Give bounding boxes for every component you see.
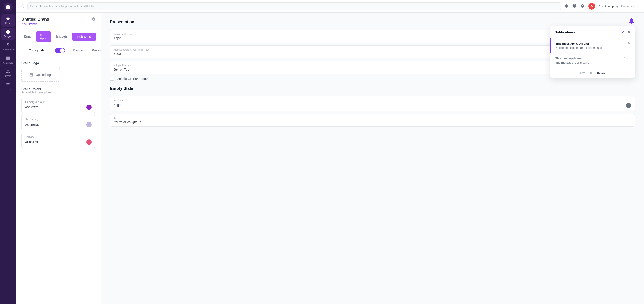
tab-inapp[interactable]: In App bbox=[36, 31, 51, 42]
text-color-field: Text color #ffffff bbox=[110, 96, 635, 111]
text-color-label: Text color bbox=[114, 99, 631, 102]
automations-icon bbox=[6, 43, 10, 48]
sidebar-item-designer[interactable]: Designer bbox=[1, 28, 15, 40]
notif-item-1-header: This message is Unread 1y bbox=[556, 42, 630, 45]
sidebar-label-logs: Logs bbox=[6, 88, 10, 90]
color-secondary-swatch[interactable] bbox=[86, 122, 92, 127]
settings-icon[interactable] bbox=[580, 4, 585, 9]
empty-text-field: Text You're all caught up bbox=[110, 114, 635, 127]
sidebar: Home Designer Automations Channels Users… bbox=[0, 0, 16, 304]
color-primary[interactable]: Primary (Default) #9122C2 bbox=[22, 98, 96, 113]
notif-item-2-body: The message is grayscale bbox=[556, 61, 630, 64]
app-logo[interactable] bbox=[4, 3, 12, 12]
color-primary-hex: #9122C2 bbox=[25, 105, 38, 109]
notif-item-1-time: 1y bbox=[628, 42, 630, 45]
color-tertiary[interactable]: Tertiary #E85178 bbox=[22, 133, 96, 148]
notification-item-2[interactable]: This message is read 1y ✓ The message is… bbox=[550, 53, 635, 68]
company-info[interactable]: A test company / Production bbox=[598, 5, 640, 8]
color-tertiary-swatch[interactable] bbox=[86, 139, 92, 145]
tab-design[interactable]: Design bbox=[69, 45, 88, 56]
designer-icon bbox=[6, 30, 10, 34]
text-color-value[interactable]: #ffffff bbox=[114, 104, 120, 107]
content: Untitled Brand < All Brands Email In Ap bbox=[16, 13, 644, 304]
tab-snippets[interactable]: Snippets bbox=[52, 31, 71, 42]
sidebar-item-users[interactable]: Users bbox=[1, 67, 15, 80]
brand-header: Untitled Brand < All Brands bbox=[16, 13, 101, 29]
color-primary-label: Primary (Default) bbox=[25, 101, 92, 104]
color-secondary[interactable]: Secondary #C1B6DD bbox=[22, 115, 96, 130]
empty-text-value[interactable]: You're all caught up bbox=[114, 120, 631, 124]
brand-tabs: Email In App Snippets Published bbox=[16, 29, 101, 44]
powered-by-label: POWERED BY bbox=[578, 72, 596, 74]
mark-all-read-icon[interactable]: ✓ bbox=[622, 30, 624, 34]
widget-position-value: Bell on Top bbox=[114, 68, 131, 71]
sidebar-label-users: Users bbox=[5, 75, 11, 77]
close-notifications-icon[interactable]: ✕ bbox=[627, 30, 630, 35]
sidebar-label-home: Home bbox=[5, 22, 11, 25]
image-icon bbox=[29, 73, 34, 77]
user-avatar[interactable]: A bbox=[588, 3, 595, 10]
notifications-panel: Notifications ✓ ✕ This message is Unread… bbox=[550, 26, 635, 78]
color-secondary-hex: #C1B6DD bbox=[25, 123, 39, 127]
sidebar-item-home[interactable]: Home bbox=[1, 14, 15, 27]
bell-icon[interactable] bbox=[564, 4, 569, 9]
color-primary-swatch[interactable] bbox=[86, 105, 92, 110]
topbar: Search for notifications, help, and acti… bbox=[16, 0, 644, 13]
search-placeholder: Search for notifications, help, and acti… bbox=[30, 5, 94, 8]
brand-title: Untitled Brand bbox=[22, 17, 49, 22]
left-panel-content: Brand Logo Upload logo Brand Colors Acce… bbox=[16, 57, 101, 304]
published-button[interactable]: Published bbox=[72, 33, 96, 41]
toggle-switch[interactable] bbox=[55, 48, 65, 53]
disable-footer-label: Disable Courier Footer bbox=[116, 77, 148, 81]
text-color-swatch[interactable] bbox=[626, 103, 631, 108]
sidebar-label-designer: Designer bbox=[4, 35, 12, 38]
color-tertiary-label: Tertiary bbox=[25, 135, 92, 139]
main-area: Search for notifications, help, and acti… bbox=[16, 0, 644, 304]
brand-logo-title: Brand Logo bbox=[22, 61, 96, 65]
courier-brand: Courier bbox=[597, 72, 607, 74]
presentation-title: Presentation bbox=[110, 20, 635, 25]
upload-logo-button[interactable]: Upload logo bbox=[22, 68, 60, 82]
notif-item-2-time: 1y ✓ bbox=[624, 57, 630, 60]
notif-item-2-title: This message is read bbox=[556, 57, 583, 60]
color-secondary-label: Secondary bbox=[25, 118, 92, 121]
topbar-icons: A A test company / Production bbox=[564, 3, 640, 10]
brand-colors-title: Brand Colors bbox=[22, 87, 96, 91]
notif-item-1-body: Notice the coloring and different style bbox=[556, 46, 630, 50]
upload-logo-label: Upload logo bbox=[36, 73, 52, 77]
brand-colors-subtitle: Accessible in color picker bbox=[22, 91, 96, 94]
brand-colors-section: Brand Colors Accessible in color picker … bbox=[22, 87, 96, 148]
notif-item-2-header: This message is read 1y ✓ bbox=[556, 57, 630, 60]
logs-icon bbox=[6, 83, 10, 87]
sidebar-item-automations[interactable]: Automations bbox=[1, 41, 15, 53]
users-icon bbox=[6, 69, 10, 74]
home-icon bbox=[6, 17, 10, 21]
check-mark-icon: ✓ bbox=[628, 57, 630, 60]
right-content: Presentation Inbox Border Radius 14px Me… bbox=[101, 13, 644, 304]
help-icon[interactable] bbox=[572, 4, 577, 9]
sidebar-item-logs[interactable]: Logs bbox=[1, 80, 15, 93]
chevron-down-icon bbox=[636, 5, 640, 8]
empty-text-label: Text bbox=[114, 117, 631, 119]
tab-configuration[interactable]: Configuration bbox=[24, 45, 52, 56]
bell-preview-icon[interactable] bbox=[628, 17, 635, 26]
left-panel: Untitled Brand < All Brands Email In Ap bbox=[16, 13, 101, 304]
search-bar[interactable]: Search for notifications, help, and acti… bbox=[27, 3, 562, 10]
color-tertiary-hex: #E85178 bbox=[25, 140, 38, 144]
notifications-footer: POWERED BY Courier bbox=[550, 68, 635, 78]
page-tabs: Configuration Design Preferences bbox=[16, 44, 101, 57]
tab-preferences[interactable]: Preferences bbox=[88, 45, 101, 56]
sidebar-label-automations: Automations bbox=[2, 48, 14, 51]
tab-email[interactable]: Email bbox=[20, 31, 36, 42]
notifications-list: This message is Unread 1y Notice the col… bbox=[550, 38, 635, 68]
notification-item-1[interactable]: This message is Unread 1y Notice the col… bbox=[550, 38, 635, 53]
sidebar-item-channels[interactable]: Channels bbox=[1, 54, 15, 66]
brand-settings-icon[interactable] bbox=[91, 17, 96, 22]
notifications-actions: ✓ ✕ bbox=[622, 30, 630, 35]
empty-state-title: Empty State bbox=[110, 86, 635, 91]
all-brands-link[interactable]: < All Brands bbox=[22, 22, 49, 26]
disable-footer-checkbox[interactable] bbox=[110, 77, 114, 81]
sidebar-label-channels: Channels bbox=[3, 62, 13, 64]
widget-position-label: Widget Position bbox=[114, 64, 131, 67]
channels-icon bbox=[6, 56, 10, 61]
